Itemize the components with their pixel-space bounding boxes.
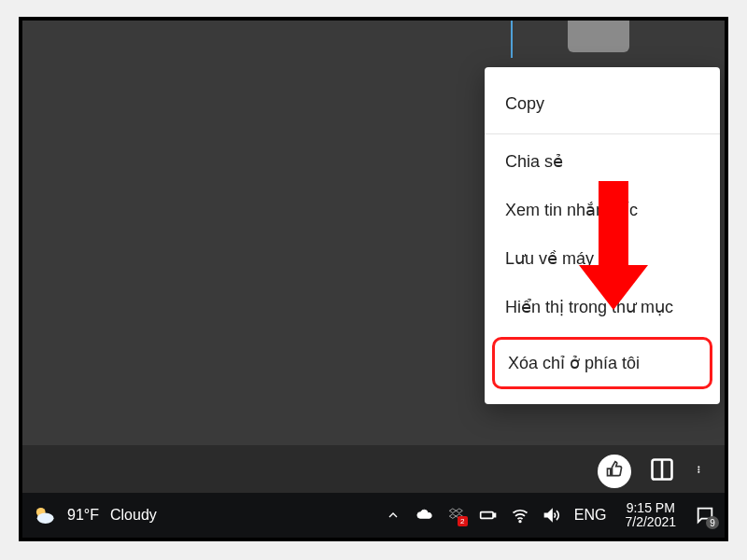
menu-item-save[interactable]: Lưu về máy [485,234,720,283]
wifi-icon[interactable] [511,506,529,525]
kebab-icon [698,457,705,485]
volume-icon[interactable] [543,506,561,525]
reaction-toolbar [22,445,725,497]
dropbox-icon[interactable]: 2 [447,506,466,525]
thumbs-up-icon [605,460,624,483]
message-edge-line [511,21,513,58]
action-center-button[interactable]: 9 [695,505,715,525]
context-menu: Copy Chia sẻ Xem tin nhắn gốc Lưu về máy… [485,67,720,404]
onedrive-icon[interactable] [416,506,434,525]
weather-text[interactable]: Cloudy [110,507,157,524]
clock-area[interactable]: 9:15 PM 7/2/2021 [620,501,683,530]
svg-point-6 [37,513,54,524]
svg-rect-7 [480,512,492,519]
menu-item-copy[interactable]: Copy [485,80,720,128]
weather-temp[interactable]: 91°F [67,507,99,524]
svg-point-9 [519,521,521,523]
menu-item-view-original[interactable]: Xem tin nhắn gốc [485,186,720,234]
menu-item-show-in-folder[interactable]: Hiển thị trong thư mục [485,283,720,331]
app-frame: Copy Chia sẻ Xem tin nhắn gốc Lưu về máy… [19,17,728,541]
layout-icon [649,456,675,486]
svg-point-4 [698,471,699,473]
ime-language[interactable]: ENG [574,507,607,524]
tray-chevron-icon[interactable] [384,506,402,525]
svg-marker-10 [544,510,552,521]
clock-date: 7/2/2021 [626,515,677,529]
clock-time: 9:15 PM [627,501,675,515]
notification-count: 9 [706,516,719,529]
svg-rect-8 [494,513,496,516]
svg-point-2 [698,466,699,468]
system-tray[interactable]: 2 ENG 9:15 PM 7/2/2021 [384,501,715,530]
windows-taskbar[interactable]: 91°F Cloudy 2 [22,493,725,538]
svg-point-3 [698,469,699,470]
like-button[interactable] [598,455,631,488]
layout-toggle-button[interactable] [648,457,676,485]
more-options-button[interactable] [693,458,710,484]
menu-item-delete-for-me[interactable]: Xóa chỉ ở phía tôi [492,337,712,389]
menu-item-share[interactable]: Chia sẻ [485,133,720,186]
battery-icon[interactable] [479,506,498,525]
weather-icon [32,503,56,527]
message-bubble-fragment [568,21,629,52]
dropbox-badge-count: 2 [458,516,468,526]
